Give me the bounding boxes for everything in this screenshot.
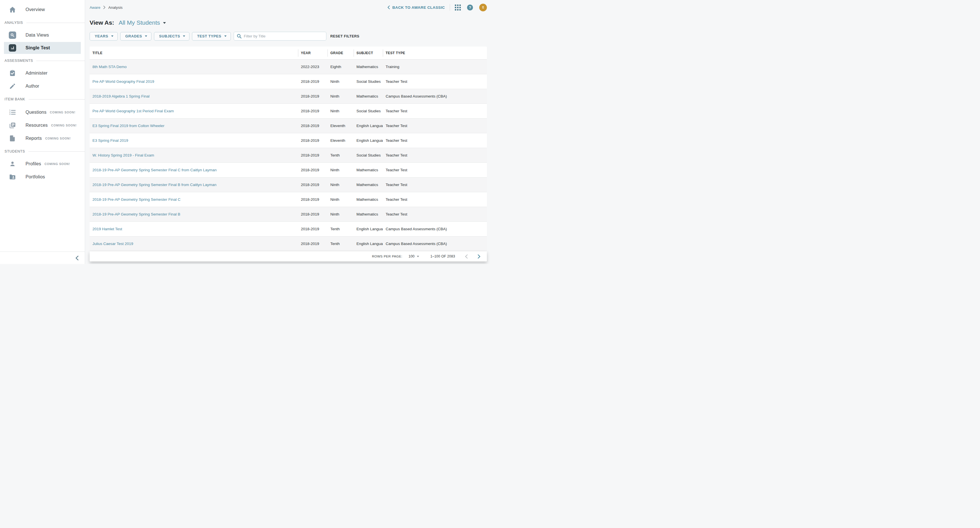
table-row: Julius Caesar Test 20192018-2019TenthEng… bbox=[90, 237, 487, 251]
cell-test-type: Campus Based Assessments (CBA) bbox=[383, 242, 487, 246]
coming-soon-badge: COMING SOON! bbox=[51, 124, 76, 127]
column-header-year[interactable]: YEAR bbox=[298, 46, 328, 59]
cell-year: 2018-2019 bbox=[298, 153, 328, 157]
sidebar-item-label: Single Test bbox=[25, 45, 50, 51]
sidebar-item-questions[interactable]: 123 Questions COMING SOON! bbox=[0, 106, 85, 119]
sidebar-item-administer[interactable]: Administer bbox=[0, 67, 85, 80]
pagination-bar: ROWS PER PAGE: 100 1–100 OF 2083 bbox=[90, 251, 487, 261]
test-title-link[interactable]: Pre AP World Geography Final 2019 bbox=[92, 80, 154, 84]
cell-test-type: Teacher Test bbox=[383, 124, 487, 128]
table-row: Pre AP World Geography 1st Period Final … bbox=[90, 104, 487, 119]
test-title-link[interactable]: E3 Spring Final 2019 from Colton Wheeler bbox=[92, 124, 164, 128]
sidebar-item-label: Author bbox=[25, 84, 39, 89]
cell-grade: Tenth bbox=[328, 227, 353, 231]
cell-test-type: Teacher Test bbox=[383, 197, 487, 202]
sidebar-item-data-views[interactable]: Data Views bbox=[0, 29, 85, 41]
breadcrumb: Aware Analysis bbox=[90, 5, 123, 10]
cell-grade: Ninth bbox=[328, 183, 353, 187]
cell-grade: Tenth bbox=[328, 242, 353, 246]
cell-test-type: Teacher Test bbox=[383, 80, 487, 84]
test-title-link[interactable]: E3 Spring Final 2019 bbox=[92, 138, 128, 143]
cell-grade: Ninth bbox=[328, 197, 353, 202]
cell-subject: Mathematics bbox=[353, 212, 383, 216]
test-title-link[interactable]: 2018-19 Pre-AP Geometry Spring Semester … bbox=[92, 197, 180, 202]
rows-per-page-select[interactable]: 100 bbox=[409, 254, 419, 258]
cell-year: 2018-2019 bbox=[298, 80, 328, 84]
sidebar-item-label: Overview bbox=[25, 7, 45, 12]
back-to-aware-classic-link[interactable]: BACK TO AWARE CLASSIC bbox=[387, 5, 445, 10]
test-title-link[interactable]: Julius Caesar Test 2019 bbox=[92, 242, 133, 246]
filter-bar: YEARS GRADES SUBJECTS TEST TYPES RESET F… bbox=[90, 32, 487, 41]
previous-page-button[interactable] bbox=[465, 254, 468, 259]
help-icon[interactable]: ? bbox=[467, 5, 473, 11]
grades-filter-button[interactable]: GRADES bbox=[120, 32, 151, 41]
search-input[interactable] bbox=[244, 34, 323, 38]
cell-title: E3 Spring Final 2019 from Colton Wheeler bbox=[90, 124, 298, 128]
cell-test-type: Teacher Test bbox=[383, 138, 487, 143]
view-as-row: View As: All My Students bbox=[90, 19, 487, 27]
table-row: 2018-19 Pre-AP Geometry Spring Semester … bbox=[90, 163, 487, 178]
column-header-subject[interactable]: SUBJECT bbox=[353, 46, 383, 59]
cell-subject: Social Studies bbox=[353, 109, 383, 113]
topbar-actions: BACK TO AWARE CLASSIC ? tt bbox=[387, 4, 487, 11]
test-title-link[interactable]: 2018-2019 Algebra 1 Spring Final bbox=[92, 94, 150, 99]
cell-title: W. History Spring 2019 - Final Exam bbox=[90, 153, 298, 157]
sidebar-collapse-button[interactable] bbox=[75, 256, 79, 261]
sidebar-item-author[interactable]: Author bbox=[0, 80, 85, 92]
reset-filters-button[interactable]: RESET FILTERS bbox=[330, 34, 360, 38]
sidebar-item-reports[interactable]: Reports COMING SOON! bbox=[0, 132, 85, 145]
column-header-grade[interactable]: GRADE bbox=[328, 46, 353, 59]
search-icon bbox=[237, 34, 242, 38]
chevron-right-icon bbox=[103, 6, 105, 9]
cell-test-type: Teacher Test bbox=[383, 168, 487, 172]
cell-title: 8th Math STA Demo bbox=[90, 65, 298, 69]
title-filter-search bbox=[234, 32, 326, 41]
avatar[interactable]: tt bbox=[479, 4, 487, 11]
divider bbox=[450, 4, 450, 11]
column-header-title[interactable]: TITLE bbox=[90, 46, 298, 59]
cell-subject: Social Studies bbox=[353, 80, 383, 84]
view-as-dropdown[interactable]: All My Students bbox=[119, 19, 166, 26]
sidebar-item-label: Questions bbox=[25, 110, 46, 115]
numbered-list-icon: 123 bbox=[8, 110, 16, 115]
breadcrumb-aware-link[interactable]: Aware bbox=[90, 5, 100, 10]
test-title-link[interactable]: 2018-19 Pre-AP Geometry Spring Semester … bbox=[92, 212, 180, 216]
cell-year: 2018-2019 bbox=[298, 212, 328, 216]
cell-test-type: Campus Based Assessments (CBA) bbox=[383, 94, 487, 99]
rows-per-page-label: ROWS PER PAGE: bbox=[372, 254, 402, 258]
cell-year: 2018-2019 bbox=[298, 242, 328, 246]
sidebar-footer bbox=[0, 251, 85, 264]
coming-soon-badge: COMING SOON! bbox=[45, 162, 70, 165]
test-title-link[interactable]: 2018-19 Pre-AP Geometry Spring Semester … bbox=[92, 183, 216, 187]
sidebar-item-overview[interactable]: Overview bbox=[0, 3, 85, 16]
test-title-link[interactable]: Pre AP World Geography 1st Period Final … bbox=[92, 109, 174, 113]
chevron-left-icon bbox=[465, 254, 468, 259]
next-page-button[interactable] bbox=[477, 254, 480, 259]
column-header-test-type[interactable]: TEST TYPE bbox=[383, 46, 487, 59]
table-row: 8th Math STA Demo2022-2023EighthMathemat… bbox=[90, 60, 487, 74]
test-title-link[interactable]: 8th Math STA Demo bbox=[92, 65, 127, 69]
test-types-filter-button[interactable]: TEST TYPES bbox=[192, 32, 231, 41]
chevron-right-icon bbox=[477, 254, 480, 259]
tests-table: TITLE YEAR GRADE SUBJECT TEST TYPE 8th M… bbox=[90, 46, 487, 261]
sidebar-item-label: Administer bbox=[25, 71, 48, 76]
chevron-down-icon bbox=[145, 35, 147, 37]
table-row: E3 Spring Final 2019 from Colton Wheeler… bbox=[90, 119, 487, 133]
sidebar-item-label: Resources bbox=[25, 123, 48, 128]
table-row: 2018-19 Pre-AP Geometry Spring Semester … bbox=[90, 192, 487, 207]
chevron-down-icon bbox=[183, 35, 185, 37]
cell-test-type: Teacher Test bbox=[383, 153, 487, 157]
test-title-link[interactable]: W. History Spring 2019 - Final Exam bbox=[92, 153, 154, 157]
app-grid-icon[interactable] bbox=[455, 5, 461, 11]
subjects-filter-button[interactable]: SUBJECTS bbox=[154, 32, 189, 41]
sidebar-item-resources[interactable]: Resources COMING SOON! bbox=[0, 119, 85, 132]
sidebar-item-portfolios[interactable]: Portfolios bbox=[0, 171, 85, 183]
test-title-link[interactable]: 2018-19 Pre-AP Geometry Spring Semester … bbox=[92, 168, 216, 172]
sidebar-item-single-test[interactable]: Single Test bbox=[4, 42, 81, 54]
test-title-link[interactable]: 2019 Hamlet Test bbox=[92, 227, 122, 231]
sidebar-item-profiles[interactable]: Profiles COMING SOON! bbox=[0, 157, 85, 170]
coming-soon-badge: COMING SOON! bbox=[45, 137, 71, 140]
cell-grade: Ninth bbox=[328, 94, 353, 99]
years-filter-button[interactable]: YEARS bbox=[90, 32, 118, 41]
pencil-icon bbox=[8, 83, 16, 89]
